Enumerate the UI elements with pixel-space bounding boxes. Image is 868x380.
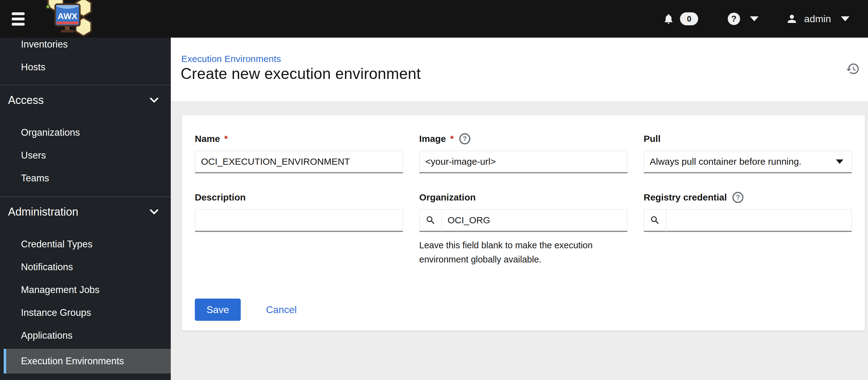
history-button[interactable] [846, 62, 860, 76]
awx-logo-icon: AWX [38, 0, 100, 38]
chevron-down-icon [150, 209, 158, 215]
required-asterisk: * [224, 134, 228, 144]
main-content: Execution Environments Create new execut… [171, 38, 868, 380]
sidebar-item-applications[interactable]: Applications [0, 324, 171, 347]
sidebar-item-execution-environments[interactable]: Execution Environments [4, 349, 171, 374]
search-icon [650, 215, 660, 226]
registry-credential-label: Registry credential [644, 192, 727, 203]
page-body: Name * Image * ? Pull [171, 101, 868, 380]
field-name: Name * [195, 133, 403, 173]
save-button[interactable]: Save [195, 299, 241, 321]
chevron-down-icon [841, 16, 849, 21]
sidebar-item-instance-groups[interactable]: Instance Groups [0, 301, 171, 324]
sidebar-group-access[interactable]: Access [0, 85, 171, 115]
page-header: Execution Environments Create new execut… [171, 38, 868, 101]
username-label: admin [804, 13, 831, 25]
sidebar-group-label: Administration [8, 205, 78, 219]
field-registry-credential: Registry credential ? [644, 192, 852, 266]
organization-helper-text: Leave this field blank to make the execu… [419, 238, 626, 266]
pull-selected-option: Always pull container before running. [650, 156, 801, 167]
search-icon [425, 215, 436, 226]
required-asterisk: * [450, 134, 454, 144]
pull-label: Pull [644, 134, 660, 144]
sidebar-item-inventories[interactable]: Inventories [0, 38, 171, 56]
history-icon [846, 62, 860, 76]
field-image: Image * ? [419, 133, 627, 173]
user-icon [786, 13, 798, 25]
chevron-down-icon [836, 159, 843, 164]
description-label: Description [195, 192, 246, 203]
description-input[interactable] [195, 209, 403, 232]
chevron-down-icon [150, 97, 158, 103]
field-organization: Organization Leave this field blank to m… [419, 192, 627, 266]
help-menu[interactable]: ? [728, 13, 758, 25]
sidebar: Inventories Hosts Access Organizations U… [0, 38, 171, 380]
name-label: Name [195, 134, 220, 144]
notifications-button[interactable]: 0 [663, 12, 698, 25]
awx-logo-text: AWX [58, 11, 78, 21]
page-title: Create new execution environment [181, 65, 421, 83]
organization-label: Organization [419, 192, 475, 203]
sidebar-item-users[interactable]: Users [0, 144, 171, 167]
field-description: Description [195, 192, 403, 266]
masthead: AWX 0 ? admin [0, 0, 868, 38]
sidebar-group-administration[interactable]: Administration [0, 197, 171, 227]
registry-credential-search-button[interactable] [644, 209, 666, 232]
sidebar-item-management-jobs[interactable]: Management Jobs [0, 279, 171, 301]
awx-logo[interactable]: AWX [38, 0, 100, 38]
bell-icon [663, 12, 675, 25]
image-input[interactable] [419, 150, 627, 173]
image-help-icon[interactable]: ? [459, 133, 470, 144]
organization-search-button[interactable] [419, 209, 442, 232]
sidebar-item-teams[interactable]: Teams [0, 167, 171, 190]
chevron-down-icon [750, 16, 758, 21]
name-input[interactable] [195, 150, 403, 173]
sidebar-group-label: Access [8, 93, 44, 107]
cancel-button[interactable]: Cancel [266, 304, 297, 316]
field-pull: Pull Always pull container before runnin… [644, 133, 852, 173]
pull-select[interactable]: Always pull container before running. [644, 150, 852, 173]
sidebar-item-hosts[interactable]: Hosts [0, 56, 171, 79]
sidebar-item-notifications[interactable]: Notifications [0, 256, 171, 279]
sidebar-item-organizations[interactable]: Organizations [0, 121, 171, 144]
notifications-count-badge: 0 [680, 12, 698, 25]
sidebar-item-credential-types[interactable]: Credential Types [0, 233, 171, 256]
organization-input[interactable] [442, 209, 627, 232]
form-card: Name * Image * ? Pull [182, 115, 865, 331]
user-menu[interactable]: admin [786, 13, 849, 25]
breadcrumb[interactable]: Execution Environments [181, 54, 281, 64]
image-label: Image [419, 134, 446, 144]
help-icon: ? [728, 13, 740, 25]
nav-toggle-button[interactable] [12, 10, 25, 28]
registry-credential-input[interactable] [666, 209, 852, 232]
registry-credential-help-icon[interactable]: ? [733, 192, 743, 203]
